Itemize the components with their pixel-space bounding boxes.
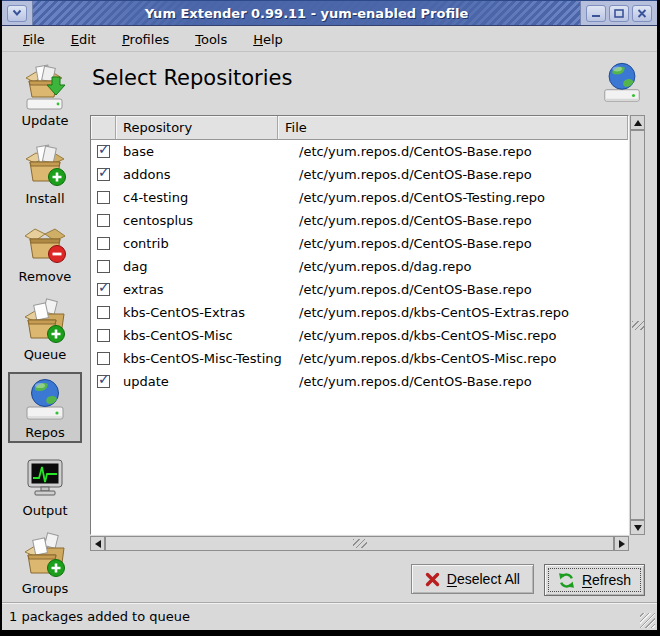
minimize-button[interactable] [586,5,606,22]
repo-file: /etc/yum.repos.d/CentOS-Base.repo [292,144,628,159]
table-row[interactable]: contrib /etc/yum.repos.d/CentOS-Base.rep… [91,232,628,255]
repo-table: Repository File base /etc/yum.repos.d/Ce… [90,115,629,535]
deselect-all-button[interactable]: Deselect All [411,564,534,594]
repo-file: /etc/yum.repos.d/kbs-CentOS-Misc.repo [292,351,628,366]
repo-name: update [116,374,292,389]
table-row[interactable]: addons /etc/yum.repos.d/CentOS-Base.repo [91,163,628,186]
header-repository-column[interactable]: Repository [116,116,278,140]
arrow-up-icon [634,120,642,126]
refresh-button[interactable]: Refresh [544,564,645,596]
table-row[interactable]: extras /etc/yum.repos.d/CentOS-Base.repo [91,278,628,301]
arrow-down-icon [634,525,642,531]
globe-drive-icon [599,60,645,106]
scroll-up-button[interactable] [630,115,645,130]
repo-checkbox[interactable] [97,214,110,227]
scroll-down-button[interactable] [630,520,645,535]
minimize-icon [591,9,601,18]
menu-tools[interactable]: Tools [186,29,236,50]
status-text: 1 packages added to queue [9,609,190,624]
repo-name: base [116,144,292,159]
sidebar-item-repos[interactable]: Repos [8,372,82,443]
table-row[interactable]: dag /etc/yum.repos.d/dag.repo [91,255,628,278]
titlebar-left-cap [2,1,33,25]
table-row[interactable]: kbs-CentOS-Misc-Testing /etc/yum.repos.d… [91,347,628,370]
repo-checkbox[interactable] [97,283,110,296]
table-row[interactable]: kbs-CentOS-Extras /etc/yum.repos.d/kbs-C… [91,301,628,324]
repo-name: addons [116,167,292,182]
scroll-left-button[interactable] [90,536,105,551]
sidebar-item-groups[interactable]: Groups [8,528,82,599]
table-body: base /etc/yum.repos.d/CentOS-Base.repo a… [91,140,628,534]
horizontal-scrollbar[interactable] [90,536,629,551]
vertical-scrollbar[interactable] [630,115,645,535]
table-row[interactable]: base /etc/yum.repos.d/CentOS-Base.repo [91,140,628,163]
menu-profiles[interactable]: Profiles [113,29,178,50]
sidebar-item-label: Update [21,113,68,128]
sidebar-item-label: Output [22,503,67,518]
repo-checkbox[interactable] [97,145,110,158]
globe-drive-icon [21,376,69,424]
remove-box-icon [21,220,69,268]
scroll-grip-icon [353,539,367,548]
close-button[interactable] [632,5,652,22]
repo-name: extras [116,282,292,297]
close-icon [637,9,647,18]
titlebar-right-cap [580,1,657,25]
repo-checkbox[interactable] [97,191,110,204]
menu-help[interactable]: Help [244,29,292,50]
table-row[interactable]: centosplus /etc/yum.repos.d/CentOS-Base.… [91,209,628,232]
update-box-icon [21,64,69,112]
menu-file[interactable]: File [14,29,54,50]
sidebar-item-remove[interactable]: Remove [8,216,82,287]
table-header: Repository File [91,116,628,140]
repo-file: /etc/yum.repos.d/CentOS-Base.repo [292,236,628,251]
sidebar-item-queue[interactable]: Queue [8,294,82,365]
repo-name: contrib [116,236,292,251]
header-file-column[interactable]: File [278,116,628,140]
install-box-icon [21,142,69,190]
chevron-down-icon [12,9,22,17]
menu-edit[interactable]: Edit [62,29,105,50]
main-panel: Select Repositories Repository Fi [88,52,657,592]
refresh-label: Refresh [582,572,631,588]
horizontal-scroll-thumb[interactable] [105,536,614,551]
repo-file: /etc/yum.repos.d/CentOS-Base.repo [292,282,628,297]
repo-checkbox[interactable] [97,306,110,319]
table-row[interactable]: kbs-CentOS-Misc /etc/yum.repos.d/kbs-Cen… [91,324,628,347]
arrow-right-icon [619,540,625,548]
repo-name: kbs-CentOS-Misc-Testing [116,351,292,366]
arrow-left-icon [95,540,101,548]
sidebar: Update Install [2,52,88,592]
sidebar-item-label: Install [25,191,64,206]
table-row[interactable]: c4-testing /etc/yum.repos.d/CentOS-Testi… [91,186,628,209]
sidebar-item-output[interactable]: Output [8,450,82,521]
window-title: Yum Extender 0.99.11 - yum-enabled Profi… [33,1,580,25]
maximize-button[interactable] [609,5,629,22]
repo-checkbox[interactable] [97,260,110,273]
titlebar: Yum Extender 0.99.11 - yum-enabled Profi… [2,0,657,26]
scroll-right-button[interactable] [614,536,629,551]
repo-file: /etc/yum.repos.d/kbs-CentOS-Misc.repo [292,328,628,343]
deselect-all-label: Deselect All [447,571,520,587]
sidebar-item-update[interactable]: Update [8,60,82,131]
sidebar-item-install[interactable]: Install [8,138,82,209]
page-title: Select Repositories [92,66,292,90]
repo-checkbox[interactable] [97,168,110,181]
repo-checkbox[interactable] [97,352,110,365]
header-checkbox-column[interactable] [91,116,116,140]
repo-checkbox[interactable] [97,237,110,250]
monitor-icon [21,454,69,502]
resize-grip[interactable] [640,613,655,628]
titlebar-stripes[interactable]: Yum Extender 0.99.11 - yum-enabled Profi… [33,1,580,25]
repo-checkbox[interactable] [97,329,110,342]
repo-checkbox[interactable] [97,375,110,388]
sidebar-item-label: Repos [25,425,64,440]
repo-name: kbs-CentOS-Misc [116,328,292,343]
red-x-icon [425,572,440,587]
repo-file: /etc/yum.repos.d/CentOS-Base.repo [292,374,628,389]
vertical-scroll-thumb[interactable] [630,130,645,520]
groups-box-icon [21,532,69,580]
sidebar-item-label: Groups [22,581,68,596]
window-menu-button[interactable] [7,5,27,22]
table-row[interactable]: update /etc/yum.repos.d/CentOS-Base.repo [91,370,628,393]
